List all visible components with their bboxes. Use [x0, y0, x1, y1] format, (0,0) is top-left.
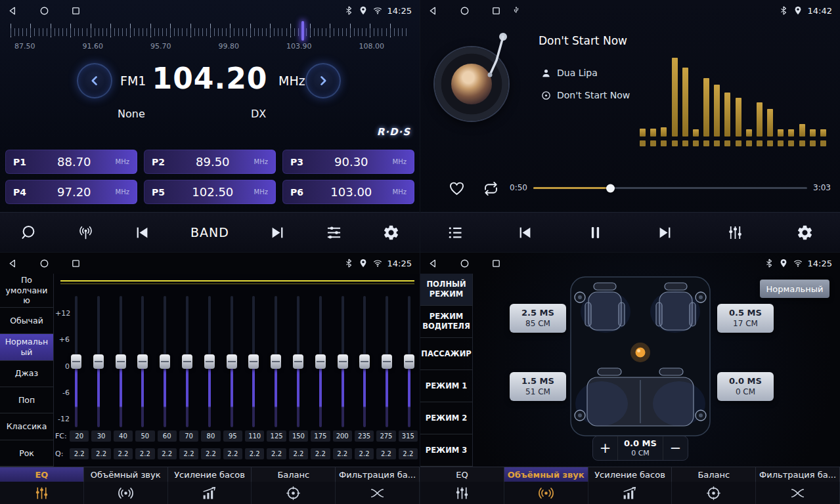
radio-preset-button[interactable]: P4 97.20 MHz [5, 180, 137, 204]
eq-slider-knob[interactable] [359, 354, 370, 369]
eq-slider-knob[interactable] [71, 354, 81, 369]
settings-button[interactable] [796, 224, 814, 242]
next-track-button[interactable] [656, 224, 674, 242]
eq-band-slider[interactable] [336, 296, 349, 427]
listening-mode-item[interactable]: ПОЛНЫЙ РЕЖИМ [420, 274, 472, 306]
eq-band-slider[interactable] [92, 296, 105, 427]
listening-mode-item[interactable]: РЕЖИМ 1 [420, 370, 472, 402]
listening-mode-item[interactable]: ПАССАЖИР [420, 338, 472, 370]
eq-slider-knob[interactable] [160, 354, 170, 369]
eq-slider-knob[interactable] [137, 354, 148, 369]
eq-preset-item[interactable]: Нормальный [0, 334, 53, 360]
eq-slider-knob[interactable] [182, 354, 192, 369]
home-circle-icon[interactable] [39, 259, 49, 268]
eq-band-slider[interactable] [314, 296, 327, 427]
back-icon[interactable] [8, 259, 18, 268]
recents-square-icon[interactable] [491, 259, 501, 268]
tab-eq-icon-button[interactable] [420, 482, 504, 504]
increase-delay-button[interactable]: + [593, 436, 618, 460]
tab-bass-icon-button[interactable] [168, 482, 252, 504]
listening-mode-item[interactable]: РЕЖИМ 3 [420, 434, 472, 467]
audio-tab[interactable]: Баланс [252, 467, 336, 482]
seek-bar-knob[interactable] [606, 184, 615, 192]
eq-preset-item[interactable]: Обычай [0, 308, 53, 334]
eq-preset-item[interactable]: Поп [0, 387, 53, 413]
tab-surround-icon-button[interactable] [84, 482, 168, 504]
audio-tab[interactable]: Объёмный звук [504, 467, 588, 482]
eq-band-slider[interactable] [380, 296, 393, 427]
tab-filter-icon-button[interactable] [756, 482, 840, 504]
listening-mode-item[interactable]: РЕЖИМ 2 [420, 402, 472, 434]
eq-slider-knob[interactable] [227, 354, 237, 369]
listening-mode-item[interactable]: РЕЖИМ ВОДИТЕЛЯ [420, 306, 472, 338]
eq-preset-item[interactable]: Классика [0, 413, 53, 440]
eq-slider-knob[interactable] [293, 354, 303, 369]
back-icon[interactable] [428, 6, 438, 16]
playlist-button[interactable] [447, 224, 464, 242]
tuning-indicator[interactable] [301, 21, 304, 41]
scan-button[interactable] [20, 224, 37, 242]
home-circle-icon[interactable] [39, 6, 49, 16]
decrease-delay-button[interactable]: − [663, 436, 688, 460]
eq-band-slider[interactable] [70, 296, 83, 427]
eq-slider-knob[interactable] [116, 354, 126, 369]
recents-square-icon[interactable] [491, 6, 501, 16]
pause-button[interactable] [586, 224, 604, 242]
settings-button[interactable] [382, 224, 400, 242]
delay-front-right[interactable]: 0.5 MS 17 CM [717, 304, 774, 333]
eq-band-slider[interactable] [158, 296, 171, 427]
eq-slider-knob[interactable] [204, 354, 215, 369]
eq-slider-knob[interactable] [315, 354, 326, 369]
favorite-button[interactable] [448, 179, 466, 197]
eq-band-slider[interactable] [269, 296, 282, 427]
audio-tab[interactable]: Усиление басов [168, 467, 252, 482]
recents-square-icon[interactable] [71, 6, 81, 16]
eq-preset-item[interactable]: Джаз [0, 361, 53, 387]
frequency-ruler[interactable] [11, 24, 409, 41]
radio-preset-button[interactable]: P2 89.50 MHz [144, 150, 276, 174]
eq-slider-knob[interactable] [404, 354, 414, 369]
back-icon[interactable] [428, 259, 438, 268]
eq-band-slider[interactable] [358, 296, 371, 427]
tab-filter-icon-button[interactable] [336, 482, 420, 504]
eq-band-slider[interactable] [181, 296, 194, 427]
eq-slider-knob[interactable] [93, 354, 104, 369]
eq-shortcut-button[interactable] [726, 224, 744, 242]
audio-tab[interactable]: Фильтрация ба... [336, 467, 420, 482]
tab-eq-icon-button[interactable] [0, 482, 84, 504]
back-icon[interactable] [8, 6, 18, 16]
tune-up-button[interactable] [305, 63, 341, 98]
radio-preset-button[interactable]: P5 102.50 MHz [144, 180, 276, 204]
eq-preset-item[interactable]: По умолчанию [0, 274, 53, 308]
eq-band-slider[interactable] [403, 296, 416, 427]
tab-bass-icon-button[interactable] [588, 482, 673, 504]
recents-square-icon[interactable] [71, 259, 81, 268]
audio-tab[interactable]: Усиление басов [588, 467, 673, 482]
radio-preset-button[interactable]: P3 90.30 MHz [282, 150, 414, 174]
eq-slider-knob[interactable] [382, 354, 392, 369]
eq-band-slider[interactable] [136, 296, 149, 427]
eq-shortcut-button[interactable] [325, 224, 343, 242]
delay-front-left[interactable]: 2.5 MS 85 CM [510, 304, 566, 333]
audio-tab[interactable]: Фильтрация ба... [756, 467, 840, 482]
audio-tab[interactable]: EQ [0, 467, 84, 482]
delay-rear-right[interactable]: 0.0 MS 0 CM [717, 372, 774, 401]
previous-track-button[interactable] [516, 224, 534, 242]
band-button[interactable]: BAND [190, 225, 229, 240]
audio-tab[interactable]: Баланс [672, 467, 756, 482]
seek-bar[interactable] [533, 187, 807, 189]
radio-preset-button[interactable]: P1 88.70 MHz [5, 150, 137, 174]
home-circle-icon[interactable] [460, 6, 470, 16]
radio-preset-button[interactable]: P6 103.00 MHz [282, 180, 414, 204]
tab-balance-icon-button[interactable] [672, 482, 756, 504]
surround-preset-button[interactable]: Нормальный [760, 280, 829, 298]
eq-band-slider[interactable] [203, 296, 216, 427]
previous-station-button[interactable] [133, 224, 151, 242]
broadcast-button[interactable] [77, 224, 95, 242]
eq-preset-item[interactable]: Рок [0, 440, 53, 467]
eq-band-slider[interactable] [225, 296, 238, 427]
audio-tab[interactable]: Объёмный звук [84, 467, 168, 482]
eq-slider-knob[interactable] [271, 354, 281, 369]
eq-band-slider[interactable] [247, 296, 260, 427]
tab-balance-icon-button[interactable] [252, 482, 336, 504]
